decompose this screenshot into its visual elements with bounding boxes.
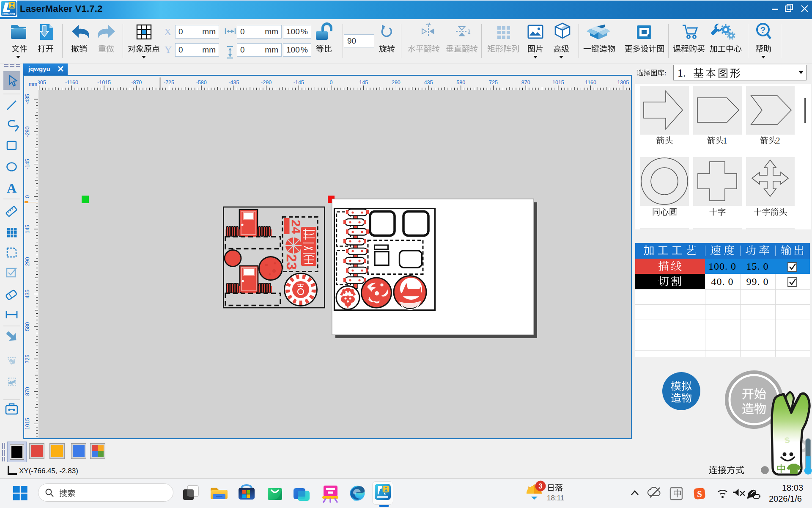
svg-text:S: S [697,489,702,499]
